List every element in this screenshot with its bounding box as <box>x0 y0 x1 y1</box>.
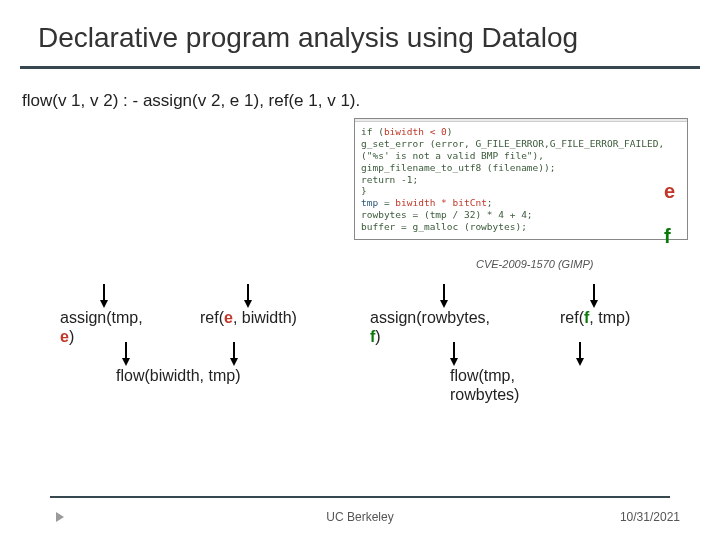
fact-assign-tmp: assign(tmp, e) <box>60 308 143 346</box>
arrow-down-icon <box>576 358 584 366</box>
footer-date: 10/31/2021 <box>620 510 680 524</box>
code-text: = <box>378 197 395 208</box>
fact-ref-f: ref(f, tmp) <box>560 308 630 327</box>
fact-text: ) <box>69 328 74 345</box>
footer-center: UC Berkeley <box>0 510 720 524</box>
datalog-rule: flow(v 1, v 2) : - assign(v 2, e 1), ref… <box>0 69 720 111</box>
fact-text: , tmp) <box>589 309 630 326</box>
code-text: } <box>361 185 681 197</box>
fact-flow-1: flow(biwidth, tmp) <box>116 366 240 385</box>
fact-ref-e: ref(e, biwidth) <box>200 308 297 327</box>
label-f: f <box>664 225 671 248</box>
fact-assign-rowbytes: assign(rowbytes, f) <box>370 308 490 346</box>
fact-text: flow(tmp, <box>450 367 515 384</box>
arrow-down-icon <box>230 358 238 366</box>
code-text: buffer = g_malloc (rowbytes); <box>361 221 681 233</box>
arrow-down-icon <box>244 300 252 308</box>
arrow-down-icon <box>122 358 130 366</box>
code-text: ; <box>487 197 493 208</box>
code-text: ) <box>447 126 453 137</box>
fact-flow-2: flow(tmp, rowbytes) <box>450 366 519 404</box>
footer-rule <box>50 496 670 499</box>
code-lhs: tmp <box>361 197 378 208</box>
code-cond: biwidth < 0 <box>384 126 447 137</box>
arrow-down-icon <box>440 300 448 308</box>
fact-text: ref( <box>200 309 224 326</box>
fact-text: assign(rowbytes, <box>370 309 490 326</box>
cve-caption: CVE-2009-1570 (GIMP) <box>476 258 593 270</box>
arrow-down-icon <box>100 300 108 308</box>
slide-title: Declarative program analysis using Datal… <box>0 0 720 66</box>
arrow-down-icon <box>450 358 458 366</box>
fact-text: ) <box>375 328 380 345</box>
code-text: return -1; <box>361 174 681 186</box>
code-text: g_set_error (error, G_FILE_ERROR,G_FILE_… <box>361 138 681 150</box>
arrow-down-icon <box>590 300 598 308</box>
code-snippet: if (biwidth < 0) g_set_error (error, G_F… <box>354 118 688 240</box>
fact-text: assign(tmp, <box>60 309 143 326</box>
code-text: ("%s' is not a valid BMP file"), <box>361 150 681 162</box>
fact-text: ref( <box>560 309 584 326</box>
fact-text: rowbytes) <box>450 386 519 403</box>
fact-e: e <box>60 328 69 345</box>
label-e: e <box>664 180 675 203</box>
code-body: if (biwidth < 0) g_set_error (error, G_F… <box>355 122 687 239</box>
code-text: rowbytes = (tmp / 32) * 4 + 4; <box>361 209 681 221</box>
code-text: if ( <box>361 126 384 137</box>
fact-e: e <box>224 309 233 326</box>
code-text: gimp_filename_to_utf8 (filename)); <box>361 162 681 174</box>
fact-text: , biwidth) <box>233 309 297 326</box>
code-rhs: biwidth * bitCnt <box>395 197 487 208</box>
